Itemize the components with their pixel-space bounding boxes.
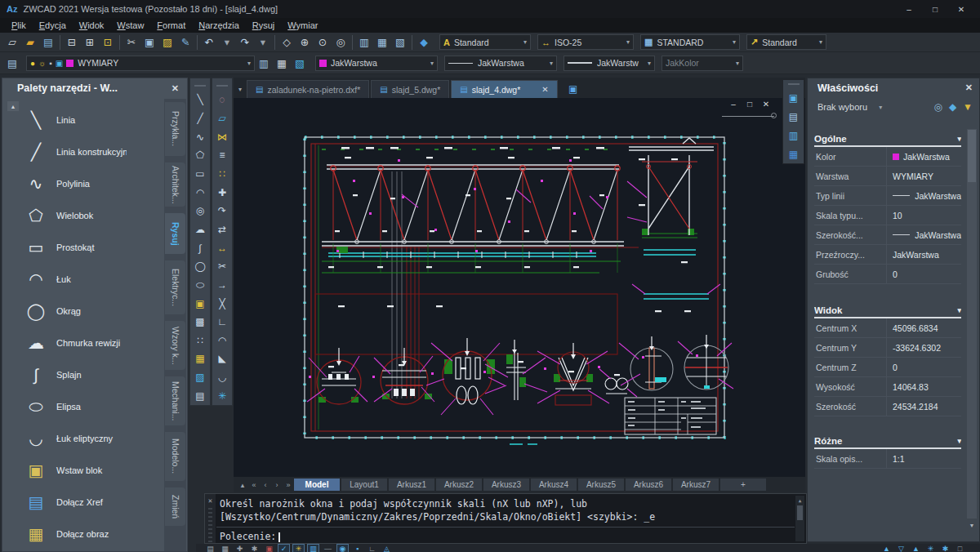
layout-tab-arkusz2[interactable]: Arkusz2 xyxy=(436,479,482,491)
polygon-icon[interactable]: ⬠ xyxy=(191,146,209,165)
redo-dropdown-icon[interactable]: ▾ xyxy=(254,34,272,51)
point-icon[interactable]: ∷ xyxy=(191,332,209,350)
stretch-icon[interactable]: ↔ xyxy=(213,238,231,257)
close-button[interactable]: ✕ xyxy=(949,1,973,17)
open-file-icon[interactable]: ▰ xyxy=(21,34,39,51)
chamfer-icon[interactable]: ◣ xyxy=(213,349,231,368)
extend-icon[interactable]: → xyxy=(213,276,231,295)
scrollbar-thumb[interactable] xyxy=(797,505,803,520)
hatch-icon[interactable]: ▦ xyxy=(191,349,209,368)
save-icon[interactable]: ▤ xyxy=(39,34,57,51)
make-object-layer-icon[interactable]: ▥ xyxy=(255,55,273,71)
zoom-realtime-icon[interactable]: ⊕ xyxy=(296,34,314,51)
plot-icon[interactable]: ⊟ xyxy=(63,34,81,51)
tool-palettes-icon[interactable]: ▦ xyxy=(373,34,391,51)
join-icon[interactable]: ◠ xyxy=(213,332,231,350)
draworder-back-icon[interactable]: ▤ xyxy=(785,107,803,126)
donut-icon[interactable]: ◎ xyxy=(191,202,209,220)
new-file-icon[interactable]: ▱ xyxy=(3,34,21,51)
section-header[interactable]: Ogólne ▾ xyxy=(814,134,961,147)
layout-tab-arkusz4[interactable]: Arkusz4 xyxy=(531,479,577,491)
selection-filter[interactable]: Brak wyboru ▾ ◎◆▼ xyxy=(808,97,979,117)
quick-properties-icon[interactable]: ▪ xyxy=(351,544,363,552)
plot-style-combo[interactable]: JakKolor ▾ xyxy=(662,56,743,71)
palette-header[interactable]: Palety narzędzi - W... ✕ xyxy=(2,78,187,98)
prev-tab-icon[interactable]: ‹ xyxy=(260,481,271,489)
layout-tab-arkusz1[interactable]: Arkusz1 xyxy=(389,479,434,491)
layer-plot-icon[interactable]: ▪ xyxy=(49,59,52,68)
copy-icon[interactable]: ▣ xyxy=(140,34,158,51)
section-header[interactable]: Widok ▾ xyxy=(814,305,961,318)
dyn-icon[interactable]: ▥ xyxy=(307,544,319,552)
grid-icon[interactable]: ▦ xyxy=(219,544,231,552)
palette-close-icon[interactable]: ✕ xyxy=(172,83,179,94)
ortho-icon[interactable]: ✱ xyxy=(248,544,261,552)
lock-ui-icon[interactable]: ✱ xyxy=(939,544,951,552)
draworder-above-icon[interactable]: ▥ xyxy=(785,126,803,145)
tool-linia-konstrukcyjna[interactable]: ╱ Linia konstrukcyjna xyxy=(2,136,163,167)
zoom-window-icon[interactable]: ⊙ xyxy=(314,34,332,51)
construction-line-icon[interactable]: ╱ xyxy=(191,109,209,128)
scrollbar-thumb[interactable] xyxy=(968,130,976,182)
table-style-combo[interactable]: ▦ STANDARD ▾ xyxy=(640,34,740,50)
transparency-icon[interactable]: ◉ xyxy=(336,544,349,552)
palette-tab-rysuj[interactable]: Rysuj xyxy=(165,213,185,254)
select-objects-icon[interactable]: ◆ xyxy=(949,101,956,113)
menu-item[interactable]: Rysuj xyxy=(246,20,282,31)
tool-dolacz-obraz[interactable]: ▦ Dołącz obraz xyxy=(2,518,163,550)
rectangle-icon[interactable]: ▭ xyxy=(191,165,209,184)
layer-lock-icon[interactable]: ▣ xyxy=(56,59,63,68)
menu-item[interactable]: Widok xyxy=(73,20,111,31)
cut-icon[interactable]: ✂ xyxy=(122,34,140,51)
break-icon[interactable]: ╳ xyxy=(213,294,231,313)
undo-icon[interactable]: ↶ xyxy=(200,34,218,51)
last-tab-icon[interactable]: » xyxy=(283,481,294,489)
properties-header[interactable]: Właściwości ✕ xyxy=(808,78,979,97)
insert-block-icon[interactable]: ▣ xyxy=(191,294,209,313)
linetype-combo[interactable]: JakWarstwa ▾ xyxy=(444,56,557,71)
lwt-icon[interactable]: — xyxy=(322,544,334,552)
layer-properties-icon[interactable]: ▤ xyxy=(3,55,21,71)
menu-item[interactable]: Format xyxy=(150,20,192,31)
layer-previous-icon[interactable]: ▦ xyxy=(273,55,291,71)
menu-item[interactable]: Wstaw xyxy=(110,20,150,31)
offset-icon[interactable]: ≡ xyxy=(213,146,231,165)
palette-tab-elektryczne[interactable]: Elektryc... xyxy=(165,260,185,314)
polyline-icon[interactable]: ∿ xyxy=(191,127,209,146)
tool-polylinia[interactable]: ∿ Polylinia xyxy=(2,167,163,199)
rotate-icon[interactable]: ↷ xyxy=(213,202,231,220)
command-input[interactable]: Polecenie: xyxy=(220,530,280,543)
command-window[interactable]: ✕ Określ narożnik okna i podaj współczyn… xyxy=(204,493,807,544)
model-space-icon[interactable]: ▤ xyxy=(204,544,216,552)
revcloud-icon[interactable]: ☁ xyxy=(191,220,209,239)
drawing-canvas[interactable]: – □ ✕ xyxy=(234,98,805,477)
copy-icon[interactable]: ▱ xyxy=(213,109,231,128)
tool-luk-eliptyczny[interactable]: ◡ Łuk eliptyczny xyxy=(2,422,163,454)
layer-combo[interactable]: ●☼▪▣ WYMIARY ▾ xyxy=(26,56,255,71)
workspace-icon[interactable]: ✳ xyxy=(924,544,937,552)
tool-okrag[interactable]: ◯ Okrąg xyxy=(2,295,163,327)
menu-item[interactable]: Wymiar xyxy=(281,20,324,31)
toolbar-icon[interactable] xyxy=(197,35,198,50)
move-icon[interactable]: ✚ xyxy=(213,183,231,202)
palette-tab-wzory[interactable]: Wzory k... xyxy=(165,321,185,370)
erase-icon[interactable]: ◌ xyxy=(213,91,231,109)
text-style-combo[interactable]: A Standard ▾ xyxy=(439,34,531,50)
scroll-up-icon[interactable]: ▲ xyxy=(795,496,804,504)
tool-dolacz-xref[interactable]: ▤ Dołącz Xref xyxy=(2,486,163,518)
toolbar-icon[interactable] xyxy=(119,35,120,50)
menu-item[interactable]: Narzędzia xyxy=(192,20,246,31)
quick-select-icon[interactable]: ▼ xyxy=(963,101,973,113)
fillet-icon[interactable]: ◡ xyxy=(213,368,231,387)
zoom-previous-icon[interactable]: ◎ xyxy=(332,34,350,51)
first-tab-icon[interactable]: « xyxy=(248,481,260,489)
designcenter-icon[interactable]: ▧ xyxy=(391,34,409,51)
next-tab-icon[interactable]: › xyxy=(271,481,283,489)
lineweight-combo[interactable]: JakWarstw ▾ xyxy=(564,56,655,71)
ucs-icon[interactable]: ∟ xyxy=(366,544,378,552)
match-properties-icon[interactable]: ✎ xyxy=(176,34,194,51)
array-icon[interactable]: ∷ xyxy=(213,165,231,184)
scale-icon[interactable]: ⇄ xyxy=(213,220,231,239)
tab-list-dropdown-icon[interactable]: ▾ xyxy=(234,80,247,98)
palette-tab-zmien[interactable]: Zmień xyxy=(165,487,185,526)
